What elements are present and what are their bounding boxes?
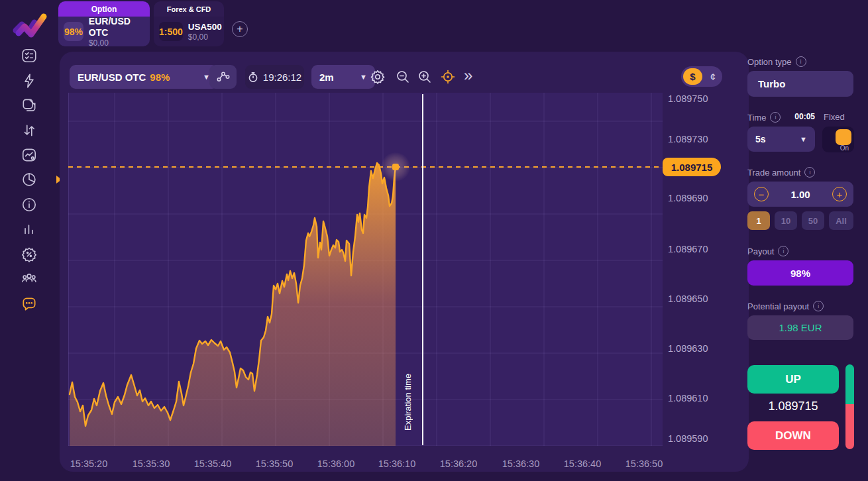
trade-amount-label: Trade amounti bbox=[747, 167, 815, 178]
y-axis-tick: 1.089690 bbox=[668, 193, 725, 203]
tab-forex-header: Forex & CFD bbox=[154, 1, 224, 17]
add-instrument-button[interactable]: + bbox=[232, 21, 248, 37]
payout-value-button[interactable]: 98% bbox=[747, 260, 853, 286]
double-chevron-right-icon: » bbox=[464, 66, 472, 84]
tab-option-header: Option bbox=[58, 1, 150, 17]
option-type-label: Option typei bbox=[747, 56, 806, 67]
amount-decrease-button[interactable]: − bbox=[754, 187, 769, 201]
info-icon[interactable]: i bbox=[813, 301, 824, 311]
toggle-state-label: On bbox=[840, 144, 849, 152]
currency-display-toggle[interactable]: $ ¢ bbox=[681, 66, 722, 87]
sidebar-item-support-chat-icon[interactable] bbox=[21, 295, 38, 313]
stopwatch-icon bbox=[248, 72, 258, 83]
currency-cent-option[interactable]: ¢ bbox=[705, 66, 721, 87]
quick-amount-all[interactable]: All bbox=[829, 211, 853, 230]
x-axis-tick: 15:36:20 bbox=[433, 458, 484, 469]
x-axis-tick: 15:35:40 bbox=[188, 458, 238, 469]
collapse-toolbar-button[interactable]: » bbox=[464, 66, 472, 85]
currency-dollar-option[interactable]: $ bbox=[683, 68, 702, 85]
y-axis-tick: 1.089590 bbox=[668, 433, 725, 444]
trading-app: Option 98% EUR/USD OTC $0,00 Forex & CFD… bbox=[0, 0, 868, 481]
amount-value: 1.00 bbox=[769, 189, 832, 200]
y-axis-tick: 1.089730 bbox=[668, 134, 725, 144]
server-clock: 19:26:12 bbox=[245, 65, 304, 89]
quick-amount-50[interactable]: 50 bbox=[802, 211, 824, 230]
payout-badge: 98% bbox=[64, 22, 83, 41]
duration-select[interactable]: 5s ▼ bbox=[747, 127, 815, 152]
chart-settings-button[interactable] bbox=[370, 69, 386, 85]
sidebar-item-flash-icon[interactable] bbox=[21, 72, 38, 89]
y-axis-tick: 1.089630 bbox=[668, 343, 725, 354]
instrument-tab-forex[interactable]: Forex & CFD 1:500 USA500 $0,00 bbox=[154, 1, 224, 46]
crosshair-icon bbox=[440, 69, 456, 85]
sidebar-item-portfolio-icon[interactable] bbox=[21, 171, 38, 188]
amount-increase-button[interactable]: + bbox=[832, 187, 847, 201]
toggle-knob bbox=[836, 129, 851, 145]
quick-amount-1[interactable]: 1 bbox=[747, 211, 770, 230]
chevron-down-icon: ▼ bbox=[800, 135, 807, 143]
up-button[interactable]: UP bbox=[747, 365, 839, 394]
gear-icon bbox=[370, 69, 386, 85]
instrument-balance: $0,00 bbox=[188, 32, 222, 42]
pair-select-payout: 98% bbox=[150, 72, 170, 83]
x-axis-tick: 15:36:30 bbox=[496, 458, 546, 469]
sidebar-item-statistics-icon[interactable] bbox=[21, 221, 38, 238]
sidebar-item-copy-icon[interactable] bbox=[21, 97, 38, 114]
timeframe-value: 2m bbox=[319, 72, 334, 83]
potential-payout-value: 1.98 EUR bbox=[747, 315, 853, 340]
leverage-badge: 1:500 bbox=[159, 22, 183, 41]
chevron-down-icon: ▼ bbox=[360, 73, 367, 81]
x-axis-tick: 15:35:20 bbox=[64, 458, 114, 469]
sidebar-item-community-icon[interactable] bbox=[21, 270, 38, 288]
sidebar-item-signals-icon[interactable] bbox=[21, 146, 38, 164]
sidebar-item-info-icon[interactable] bbox=[21, 196, 38, 213]
sidebar-item-promotions-icon[interactable] bbox=[21, 246, 38, 263]
sidebar-item-transactions-icon[interactable] bbox=[21, 122, 38, 139]
strike-price: 1.089715 bbox=[747, 400, 839, 413]
zoom-in-button[interactable] bbox=[417, 69, 433, 85]
zoom-out-icon bbox=[395, 69, 411, 85]
info-icon[interactable]: i bbox=[770, 112, 781, 123]
y-axis-tick: 1.089750 bbox=[668, 93, 725, 104]
zoom-in-icon bbox=[417, 69, 433, 85]
x-axis-tick: 15:35:50 bbox=[249, 458, 299, 469]
price-chart[interactable] bbox=[68, 93, 663, 446]
sidebar-item-trades[interactable] bbox=[21, 47, 38, 64]
trade-amount-field[interactable]: − 1.00 + bbox=[747, 182, 853, 207]
tab-forex-body: 1:500 USA500 $0,00 bbox=[154, 17, 224, 46]
y-axis-tick: 1.089650 bbox=[668, 294, 725, 304]
x-axis-tick: 15:36:00 bbox=[311, 458, 361, 469]
potential-payout-label: Potential payouti bbox=[747, 301, 824, 311]
pair-select-label: EUR/USD OTC bbox=[78, 72, 146, 83]
timeframe-select[interactable]: 2m ▼ bbox=[311, 65, 375, 89]
instrument-name: USA500 bbox=[188, 21, 222, 32]
recenter-chart-button[interactable] bbox=[440, 69, 456, 85]
zoom-out-button[interactable] bbox=[395, 69, 411, 85]
pair-select[interactable]: EUR/USD OTC 98% ▼ bbox=[70, 65, 218, 89]
app-logo bbox=[11, 8, 52, 40]
tab-option-body: 98% EUR/USD OTC $0,00 bbox=[58, 17, 150, 46]
x-axis-tick: 15:36:10 bbox=[372, 458, 422, 469]
line-chart-icon bbox=[216, 70, 231, 83]
quick-amount-10[interactable]: 10 bbox=[775, 211, 797, 230]
x-axis-tick: 15:36:50 bbox=[619, 458, 669, 469]
expiration-time-label: Expiration time bbox=[403, 345, 413, 431]
instrument-tab-option[interactable]: Option 98% EUR/USD OTC $0,00 bbox=[58, 1, 150, 46]
time-label: Timei bbox=[747, 112, 781, 123]
option-type-select[interactable]: Turbo bbox=[747, 71, 853, 97]
instrument-name: EUR/USD OTC bbox=[89, 16, 143, 38]
info-icon[interactable]: i bbox=[804, 167, 815, 178]
sentiment-up-segment bbox=[845, 364, 854, 404]
sentiment-bar bbox=[845, 364, 854, 449]
down-button[interactable]: DOWN bbox=[747, 421, 839, 450]
current-price-tag: 1.089715 bbox=[663, 158, 721, 176]
fixed-label: Fixed bbox=[824, 112, 845, 122]
info-icon[interactable]: i bbox=[796, 56, 806, 67]
info-icon[interactable]: i bbox=[778, 246, 788, 256]
chart-type-button[interactable] bbox=[209, 65, 237, 89]
x-axis-tick: 15:35:30 bbox=[126, 458, 176, 469]
y-axis-tick: 1.089670 bbox=[668, 244, 725, 254]
server-clock-time: 19:26:12 bbox=[263, 72, 301, 83]
fixed-time-toggle[interactable]: On bbox=[822, 127, 854, 152]
x-axis-tick: 15:36:40 bbox=[557, 458, 608, 469]
